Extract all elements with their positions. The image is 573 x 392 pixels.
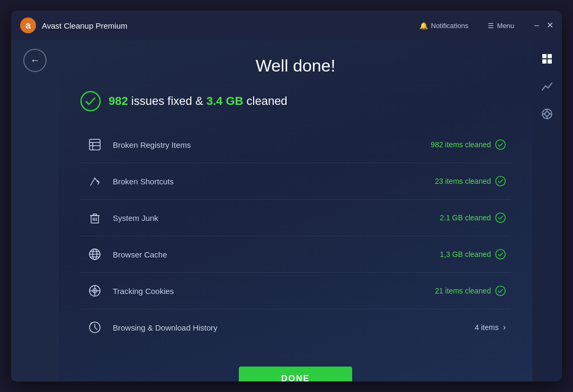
broken-registry-label: Broken Registry Items — [113, 140, 431, 149]
success-icon — [80, 91, 101, 112]
space-cleaned: 3.4 GB — [207, 94, 244, 108]
app-window: a Avast Cleanup Premium 🔔 Notifications … — [11, 11, 562, 381]
grid-view-button[interactable] — [534, 46, 560, 72]
check-icon — [495, 139, 506, 150]
svg-point-25 — [496, 286, 505, 296]
check-icon — [495, 249, 506, 260]
sidebar-left: ← — [11, 40, 59, 381]
menu-button[interactable]: ☰ Menu — [484, 20, 519, 32]
list-item: System Junk 2.1 GB cleaned — [80, 200, 511, 236]
list-item: Tracking Cookies 21 items cleaned — [80, 273, 511, 309]
back-button[interactable]: ← — [23, 49, 47, 72]
check-icon — [495, 212, 506, 223]
browser-cache-status: 1,3 GB cleaned — [440, 249, 506, 260]
minimize-button[interactable]: – — [534, 21, 539, 30]
registry-icon — [85, 135, 104, 154]
chart-icon — [541, 81, 553, 92]
list-item: Broken Shortcuts 23 items cleaned — [80, 163, 511, 200]
app-title: Avast Cleanup Premium — [42, 21, 415, 30]
svg-rect-3 — [89, 139, 100, 150]
tracking-cookies-icon — [85, 281, 104, 300]
bell-icon: 🔔 — [419, 22, 428, 30]
svg-rect-27 — [542, 54, 547, 58]
main-content: ← Well done! 982 issues fixed & 3.4 GB c… — [11, 40, 562, 381]
done-button-container: DONE — [239, 367, 352, 381]
svg-rect-29 — [542, 59, 547, 64]
svg-point-14 — [496, 213, 505, 222]
svg-point-20 — [496, 250, 505, 259]
items-list: Broken Registry Items 982 items cleaned — [80, 127, 511, 345]
tracking-cookies-status: 21 items cleaned — [435, 286, 506, 296]
broken-shortcuts-status: 23 items cleaned — [435, 176, 506, 186]
browser-cache-label: Browser Cache — [113, 250, 440, 259]
system-junk-status: 2.1 GB cleaned — [440, 212, 506, 223]
svg-point-2 — [81, 92, 100, 111]
svg-point-8 — [496, 176, 505, 186]
titlebar-actions: 🔔 Notifications ☰ Menu – ✕ — [415, 20, 553, 32]
history-icon — [85, 318, 104, 337]
list-item: Browser Cache 1,3 GB cleaned — [80, 236, 511, 273]
shortcut-icon — [85, 172, 104, 191]
menu-icon: ☰ — [488, 22, 494, 30]
close-button[interactable]: ✕ — [547, 21, 553, 30]
svg-text:a: a — [25, 20, 31, 31]
issues-count: 982 — [109, 94, 128, 108]
broken-shortcuts-label: Broken Shortcuts — [113, 177, 435, 186]
junk-icon — [85, 208, 104, 227]
notifications-button[interactable]: 🔔 Notifications — [415, 20, 473, 32]
help-button[interactable] — [534, 101, 560, 127]
window-controls: – ✕ — [534, 21, 553, 30]
page-title: Well done! — [256, 56, 336, 76]
check-icon — [495, 176, 506, 186]
broken-registry-status: 982 items cleaned — [431, 139, 506, 150]
check-icon — [495, 286, 506, 296]
chart-view-button[interactable] — [534, 73, 560, 100]
summary-text: 982 issues fixed & 3.4 GB cleaned — [109, 94, 288, 108]
svg-rect-28 — [548, 54, 552, 58]
summary-row: 982 issues fixed & 3.4 GB cleaned — [80, 91, 288, 112]
content-area: Well done! 982 issues fixed & 3.4 GB cle… — [59, 40, 532, 381]
svg-point-7 — [496, 140, 505, 149]
titlebar: a Avast Cleanup Premium 🔔 Notifications … — [11, 11, 562, 40]
tracking-cookies-label: Tracking Cookies — [113, 287, 435, 296]
system-junk-label: System Junk — [113, 213, 440, 222]
history-label: Browsing & Download History — [113, 323, 475, 332]
chevron-right-icon: › — [503, 323, 506, 332]
sidebar-right — [532, 40, 562, 381]
issues-label: issues — [131, 94, 164, 108]
svg-rect-30 — [548, 59, 552, 64]
done-button[interactable]: DONE — [239, 367, 352, 381]
help-icon — [541, 108, 553, 120]
history-status: 4 items › — [475, 323, 506, 332]
avast-logo: a — [20, 17, 37, 34]
list-item: Broken Registry Items 982 items cleaned — [80, 127, 511, 163]
svg-point-32 — [545, 112, 549, 116]
browser-cache-icon — [85, 245, 104, 264]
grid-icon — [541, 53, 553, 65]
list-item[interactable]: Browsing & Download History 4 items › — [80, 309, 511, 345]
